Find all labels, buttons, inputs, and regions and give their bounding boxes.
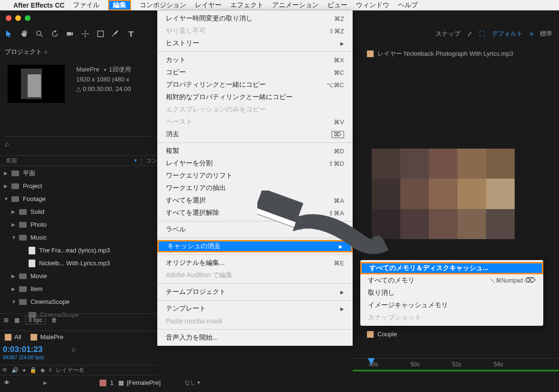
disclosure-icon[interactable]: ▶ — [11, 273, 16, 279]
anchor-tool-icon[interactable] — [81, 30, 90, 38]
layer-row-1[interactable]: 👁 ▶ 1 ▦ [FemalePre] なし ▾ — [0, 376, 362, 389]
menu-item[interactable]: レイヤー時間変更の取り消し⌘Z — [157, 12, 353, 25]
timecode-display[interactable]: 0:03:01:23 04367 (24.00 fps) — [3, 345, 44, 360]
submenu-item[interactable]: すべてのメモリ＼⌘Numpad /⌦ — [360, 274, 543, 287]
audio-column-icon[interactable]: 🔊 — [11, 367, 19, 373]
project-search[interactable] — [5, 136, 152, 150]
timeline-ruler[interactable]: 48s 50s 52s 54s — [353, 358, 559, 370]
lock-column-icon[interactable]: 🔒 — [30, 367, 37, 373]
folder-item[interactable]: ▶平面 — [0, 167, 157, 180]
panel-menu-icon[interactable]: ≡ — [45, 50, 48, 55]
disclosure-icon[interactable]: ▼ — [4, 196, 9, 201]
column-name[interactable]: 名前 — [0, 157, 133, 165]
type-tool-icon[interactable] — [127, 30, 135, 38]
shape-tool-icon[interactable] — [96, 30, 105, 38]
zoom-button[interactable] — [25, 15, 30, 21]
blend-mode[interactable]: なし ▾ — [184, 379, 200, 387]
disclosure-icon[interactable]: ▼ — [11, 299, 16, 304]
folder-item[interactable]: ▼Music — [0, 231, 157, 244]
menu-item[interactable]: 音声入力を開始... — [157, 332, 353, 344]
preview-viewer[interactable] — [372, 149, 515, 239]
disclosure-icon[interactable]: ▶ — [11, 286, 16, 291]
menu-item[interactable]: テンプレート — [157, 302, 353, 315]
menu-item[interactable]: 相対的なプロパティリンクと一緒にコピー — [157, 91, 353, 103]
new-comp-icon[interactable]: ▦ — [14, 317, 20, 323]
interpret-footage-icon[interactable]: ⊞ — [4, 317, 9, 323]
submenu-item[interactable]: イメージキャッシュメモリ — [360, 299, 543, 312]
workspace-menu-icon[interactable]: ≡ — [529, 30, 533, 38]
menu-item[interactable]: レイヤーを分割⇧⌘D — [157, 157, 353, 170]
disclosure-icon[interactable]: ▶ — [43, 380, 47, 385]
folder-item[interactable]: ▶Solid — [0, 205, 157, 218]
close-button[interactable] — [6, 15, 11, 21]
layer-visibility-icon[interactable]: 👁 — [4, 379, 10, 386]
menu-item[interactable]: すべてを選択解除⇧⌘A — [157, 207, 353, 219]
bit-depth[interactable]: 8 bpc — [25, 316, 46, 324]
trash-icon[interactable]: 🗑 — [51, 317, 57, 323]
menu-edit[interactable]: 編集 — [108, 0, 131, 10]
menu-item[interactable]: コピー⌘C — [157, 66, 353, 79]
disclosure-icon[interactable]: ▶ — [11, 222, 16, 227]
file-item[interactable]: The Fra...ead (lyrics).mp3 — [0, 244, 157, 257]
menu-item[interactable]: オリジナルを編集...⌘E — [157, 257, 353, 269]
menu-file[interactable]: ファイル — [73, 1, 100, 10]
current-time[interactable]: 0:03:01:23 — [3, 345, 44, 354]
layer-name[interactable]: [FemalePre] — [127, 379, 161, 386]
menu-view[interactable]: ビュー — [327, 1, 347, 10]
project-panel-tab[interactable]: プロジェクト ≡ — [5, 48, 47, 56]
rotation-tool-icon[interactable] — [51, 30, 59, 38]
snap-label[interactable]: スナップ — [436, 30, 460, 38]
menu-item[interactable]: チームプロジェクト — [157, 286, 353, 298]
mode-selector[interactable]: 標準 — [540, 30, 552, 38]
menu-animation[interactable]: アニメーション — [272, 1, 319, 10]
visibility-column-icon[interactable] — [2, 367, 8, 373]
submenu-item[interactable]: 取り消し — [360, 287, 543, 299]
zoom-tool-icon[interactable] — [35, 30, 44, 38]
menu-item[interactable]: プロパティリンクと一緒にコピー⌥⌘C — [157, 79, 353, 91]
menu-item[interactable]: ワークエリアの抽出 — [157, 182, 353, 194]
selection-tool-icon[interactable] — [5, 30, 13, 38]
layer-viewer-tab[interactable]: レイヤー Nickelback Photograph With Lyrics.m… — [367, 50, 513, 58]
camera-tool-icon[interactable] — [66, 30, 74, 38]
pen-tool-icon[interactable] — [112, 30, 120, 38]
timeline-tab-couple[interactable]: Couple — [367, 331, 397, 338]
solo-column-icon[interactable]: ● — [22, 367, 26, 373]
menu-composition[interactable]: コンポジション — [140, 1, 186, 10]
snap-icon[interactable]: ⤢ — [467, 30, 472, 38]
disclosure-icon[interactable]: ▶ — [4, 171, 9, 176]
menu-layer[interactable]: レイヤー — [195, 1, 222, 10]
minimize-button[interactable] — [15, 15, 21, 21]
tab-malepre[interactable]: MalePre — [26, 333, 68, 341]
submenu-item[interactable]: すべてのメモリ＆ディスクキャッシュ... — [360, 262, 543, 274]
menu-item[interactable]: すべてを選択⌘A — [157, 194, 353, 207]
menu-help[interactable]: ヘルプ — [398, 1, 418, 10]
workspace-selector[interactable]: デフォルト — [492, 30, 523, 38]
dropdown-icon[interactable]: ▼ — [103, 68, 107, 72]
tab-all[interactable]: All — [0, 333, 26, 341]
folder-item[interactable]: ▶Item — [0, 282, 157, 295]
menu-window[interactable]: ウィンドウ — [356, 1, 389, 10]
layer-label-swatch[interactable] — [100, 380, 106, 386]
menu-item[interactable]: キャッシュの消去 — [157, 240, 353, 252]
folder-item[interactable]: ▼Footage — [0, 192, 157, 205]
hand-tool-icon[interactable] — [20, 30, 29, 38]
menu-item[interactable]: ラベル — [157, 223, 353, 236]
menu-item[interactable]: ヒストリー — [157, 37, 353, 50]
app-name[interactable]: After Effects CC — [13, 1, 64, 9]
disclosure-icon[interactable]: ▼ — [11, 235, 16, 240]
menu-item[interactable]: ワークエリアのリフト — [157, 170, 353, 182]
label-column-icon[interactable]: ◆ — [41, 367, 45, 373]
menu-item[interactable]: 複製⌘D — [157, 145, 353, 157]
column-comment[interactable]: コン — [142, 157, 157, 165]
menu-item[interactable]: カット⌘X — [157, 54, 353, 66]
folder-item[interactable]: ▶Photo — [0, 218, 157, 231]
menu-effect[interactable]: エフェクト — [230, 1, 264, 10]
folder-item[interactable]: ▶Project — [0, 180, 157, 192]
disclosure-icon[interactable]: ▶ — [11, 209, 16, 214]
sort-icon[interactable]: ▼ — [133, 158, 138, 163]
folder-item[interactable]: ▶Movie — [0, 270, 157, 282]
menu-item[interactable]: 消去⌦ — [157, 128, 353, 141]
disclosure-icon[interactable]: ▶ — [4, 183, 9, 189]
folder-item[interactable]: ▼CinemaScope — [0, 295, 157, 308]
timeline-search[interactable] — [71, 345, 78, 353]
